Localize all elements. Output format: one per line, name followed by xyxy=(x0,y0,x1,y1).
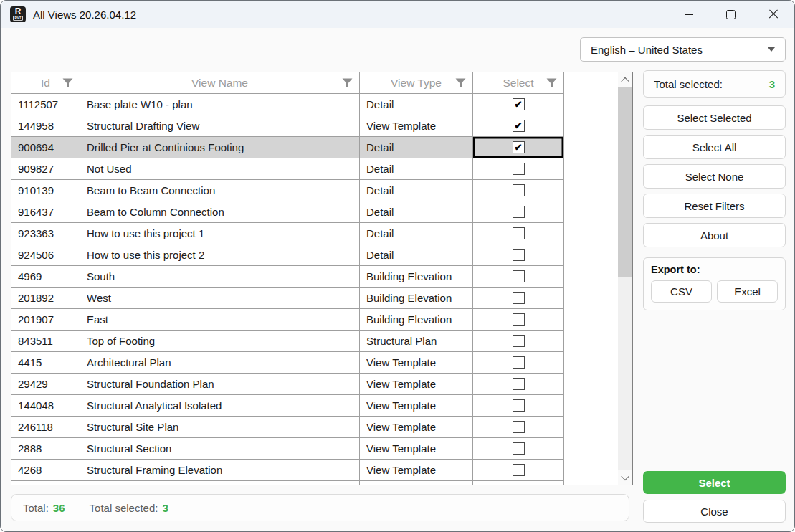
cell-view-type[interactable]: Detail xyxy=(360,137,473,158)
row-checkbox[interactable] xyxy=(513,184,525,196)
cell-id[interactable]: 201907 xyxy=(11,309,80,331)
row-checkbox[interactable] xyxy=(513,313,525,326)
cell-view-type[interactable]: View Template xyxy=(360,374,473,395)
cell-view-name[interactable]: Beam to Column Connection xyxy=(80,201,360,223)
select-selected-button[interactable]: Select Selected xyxy=(643,105,786,130)
cell-id[interactable]: 246118 xyxy=(11,417,80,438)
row-checkbox[interactable] xyxy=(513,98,525,110)
cell-view-type[interactable]: View Template xyxy=(360,352,473,374)
cell-id[interactable]: 29429 xyxy=(11,374,80,395)
row-checkbox[interactable] xyxy=(513,399,525,412)
cell-view-name[interactable]: Structural Site Plan xyxy=(80,417,360,438)
table-row[interactable]: 4268Structural Framing ElevationView Tem… xyxy=(11,460,564,481)
select-button[interactable]: Select xyxy=(643,471,786,494)
close-button[interactable]: Close xyxy=(643,500,786,523)
row-checkbox[interactable] xyxy=(513,227,525,239)
cell-view-name[interactable]: Top of Footing xyxy=(80,331,360,352)
cell-view-name[interactable]: West xyxy=(80,288,360,309)
cell-view-type[interactable]: Detail xyxy=(360,223,473,244)
cell-view-name[interactable]: South xyxy=(80,266,360,288)
select-none-button[interactable]: Select None xyxy=(643,164,786,189)
cell-view-type[interactable]: Detail xyxy=(360,180,473,201)
table-row[interactable]: 2888Structural SectionView Template xyxy=(11,438,564,460)
table-row[interactable]: 924506How to use this project 2Detail xyxy=(11,244,564,266)
cell-id[interactable]: 2888 xyxy=(11,438,80,460)
row-checkbox[interactable] xyxy=(513,378,525,390)
cell-select[interactable] xyxy=(473,201,564,223)
export-csv-button[interactable]: CSV xyxy=(651,280,712,303)
row-checkbox[interactable] xyxy=(513,141,525,153)
cell-view-name[interactable]: East xyxy=(80,309,360,331)
row-checkbox[interactable] xyxy=(513,206,525,218)
table-row[interactable]: 144958Structural Drafting ViewView Templ… xyxy=(11,115,564,137)
cell-view-type[interactable]: Building Elevation xyxy=(360,309,473,331)
cell-id[interactable] xyxy=(11,481,80,485)
cell-id[interactable]: 924506 xyxy=(11,244,80,266)
scroll-down-button[interactable] xyxy=(618,470,632,485)
cell-id[interactable]: 4415 xyxy=(11,352,80,374)
cell-view-type[interactable]: Detail xyxy=(360,244,473,266)
table-row[interactable]: 843511Top of FootingStructural Plan xyxy=(11,331,564,352)
select-all-button[interactable]: Select All xyxy=(643,135,786,159)
cell-select[interactable] xyxy=(473,137,564,158)
table-row[interactable]: 910139Beam to Beam ConnectionDetail xyxy=(11,180,564,201)
cell-view-type[interactable]: View Template xyxy=(360,438,473,460)
cell-select[interactable] xyxy=(473,309,564,331)
vertical-scrollbar[interactable] xyxy=(618,72,632,485)
table-row[interactable]: 909827Not UsedDetail xyxy=(11,158,564,180)
cell-view-type[interactable]: View Template xyxy=(360,115,473,137)
row-checkbox[interactable] xyxy=(513,442,525,455)
cell-view-name[interactable]: Structural Drafting View xyxy=(80,115,360,137)
cell-select[interactable] xyxy=(473,244,564,266)
table-row[interactable]: 923363How to use this project 1Detail xyxy=(11,223,564,244)
table-row[interactable]: 144048Structural Analytical IsolatedView… xyxy=(11,395,564,417)
row-checkbox[interactable] xyxy=(513,270,525,282)
cell-view-name[interactable]: How to use this project 1 xyxy=(80,223,360,244)
cell-select[interactable] xyxy=(473,94,564,115)
table-row[interactable]: 29429Structural Foundation PlanView Temp… xyxy=(11,374,564,395)
cell-view-type[interactable]: Detail xyxy=(360,94,473,115)
cell-select[interactable] xyxy=(473,223,564,244)
cell-id[interactable]: 910139 xyxy=(11,180,80,201)
table-row[interactable]: 1112507Base plate W10 - planDetail xyxy=(11,94,564,115)
cell-view-name[interactable]: Beam to Beam Connection xyxy=(80,180,360,201)
cell-select[interactable] xyxy=(473,180,564,201)
table-row[interactable]: 4969SouthBuilding Elevation xyxy=(11,266,564,288)
cell-id[interactable]: 900694 xyxy=(11,137,80,158)
table-row[interactable]: 246118Structural Site PlanView Template xyxy=(11,417,564,438)
row-checkbox[interactable] xyxy=(513,292,525,304)
cell-select[interactable] xyxy=(473,417,564,438)
table-row[interactable]: 201907EastBuilding Elevation xyxy=(11,309,564,331)
cell-id[interactable]: 1112507 xyxy=(11,94,80,115)
cell-view-type[interactable] xyxy=(360,481,473,485)
cell-view-type[interactable]: View Template xyxy=(360,417,473,438)
column-header-view-name[interactable]: View Name xyxy=(80,72,360,93)
cell-id[interactable]: 4268 xyxy=(11,460,80,481)
table-row[interactable]: 916437Beam to Column ConnectionDetail xyxy=(11,201,564,223)
cell-view-name[interactable]: Architectural Plan xyxy=(80,352,360,374)
filter-icon[interactable] xyxy=(546,78,557,87)
cell-view-name[interactable]: Drilled Pier at Continious Footing xyxy=(80,137,360,158)
cell-view-type[interactable]: Detail xyxy=(360,158,473,180)
cell-view-type[interactable]: Building Elevation xyxy=(360,288,473,309)
cell-id[interactable]: 144048 xyxy=(11,395,80,417)
cell-select[interactable] xyxy=(473,331,564,352)
cell-id[interactable]: 4969 xyxy=(11,266,80,288)
cell-select[interactable] xyxy=(473,158,564,180)
cell-select[interactable] xyxy=(473,374,564,395)
cell-view-name[interactable]: Structural Section xyxy=(80,438,360,460)
cell-id[interactable]: 916437 xyxy=(11,201,80,223)
cell-select[interactable] xyxy=(473,481,564,485)
minimize-button[interactable] xyxy=(675,4,703,25)
filter-icon[interactable] xyxy=(455,78,466,87)
cell-select[interactable] xyxy=(473,288,564,309)
close-window-button[interactable] xyxy=(759,4,788,25)
cell-id[interactable]: 201892 xyxy=(11,288,80,309)
cell-select[interactable] xyxy=(473,438,564,460)
row-checkbox[interactable] xyxy=(513,421,525,433)
cell-view-name[interactable]: Structural Analytical Isolated xyxy=(80,395,360,417)
maximize-button[interactable] xyxy=(716,4,745,25)
language-dropdown[interactable]: English – United States xyxy=(580,37,786,62)
row-checkbox[interactable] xyxy=(513,335,525,347)
cell-view-type[interactable]: Detail xyxy=(360,201,473,223)
